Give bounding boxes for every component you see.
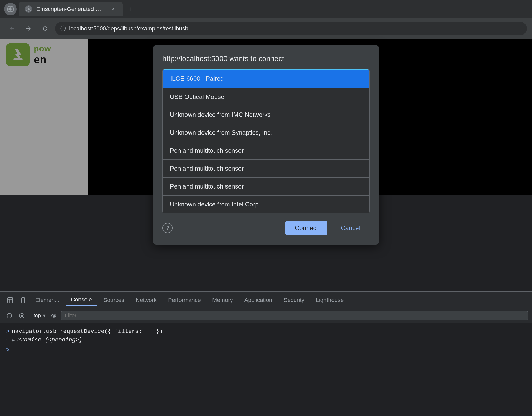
- new-tab-button[interactable]: +: [125, 3, 137, 15]
- device-item-5[interactable]: Pen and multitouch sensor: [163, 160, 369, 178]
- tab-network[interactable]: Network: [130, 294, 162, 306]
- device-item-7[interactable]: Unknown device from Intel Corp.: [163, 196, 369, 213]
- console-result-line: ← ▸ Promise {<pending>}: [6, 336, 526, 345]
- console-triangle: ▸: [12, 337, 15, 344]
- console-filter-input[interactable]: [61, 311, 528, 320]
- device-item-label-0: ILCE-6600 - Paired: [170, 75, 224, 82]
- reload-button[interactable]: [38, 22, 52, 35]
- address-info-icon: ⓘ: [60, 25, 66, 32]
- console-code-1: navigator.usb.requestDevice({ filters: […: [12, 328, 163, 335]
- tab-favicon: [25, 5, 32, 13]
- usb-connect-dialog: http://localhost:5000 wants to connect I…: [153, 45, 379, 245]
- devtools-panel: Elemen... Console Sources Network Perfor…: [0, 291, 532, 416]
- device-item-label-7: Unknown device from Intel Corp.: [170, 201, 260, 208]
- devtools-console-content: > navigator.usb.requestDevice({ filters:…: [0, 323, 532, 360]
- dialog-buttons: Connect Cancel: [285, 221, 370, 235]
- url-text: localhost:5000/deps/libusb/examples/test…: [69, 25, 188, 32]
- clear-console-btn[interactable]: [4, 311, 15, 321]
- browser-tab[interactable]: Emscripten-Generated Code ×: [19, 2, 123, 16]
- console-cursor: >: [6, 347, 10, 353]
- device-item-0[interactable]: ILCE-6600 - Paired: [163, 69, 369, 88]
- device-item-3[interactable]: Unknown device from Synaptics, Inc.: [163, 124, 369, 142]
- tab-title: Emscripten-Generated Code: [36, 6, 105, 12]
- dialog-overlay: http://localhost:5000 wants to connect I…: [0, 39, 532, 195]
- tab-memory[interactable]: Memory: [207, 294, 238, 306]
- cancel-button[interactable]: Cancel: [331, 221, 370, 235]
- devtools-tab-bar: Elemen... Console Sources Network Perfor…: [0, 292, 532, 308]
- device-item-6[interactable]: Pen and multitouch sensor: [163, 178, 369, 196]
- device-item-1[interactable]: USB Optical Mouse: [163, 88, 369, 106]
- tab-bar: Emscripten-Generated Code × +: [0, 0, 532, 18]
- dialog-title: http://localhost:5000 wants to connect: [162, 55, 370, 63]
- device-item-label-3: Unknown device from Synaptics, Inc.: [170, 129, 272, 136]
- device-item-2[interactable]: Unknown device from IMC Networks: [163, 106, 369, 124]
- device-item-4[interactable]: Pen and multitouch sensor: [163, 142, 369, 160]
- console-cursor-line[interactable]: >: [6, 345, 526, 355]
- browser-chrome: Emscripten-Generated Code × + ⓘ localhos…: [0, 0, 532, 39]
- stop-btn[interactable]: [17, 311, 27, 321]
- nav-bar: ⓘ localhost:5000/deps/libusb/examples/te…: [0, 18, 532, 39]
- console-input-line: > navigator.usb.requestDevice({ filters:…: [6, 327, 526, 336]
- toolbar-separator: [30, 312, 30, 320]
- svg-rect-10: [8, 298, 13, 303]
- devtools-toolbar: top ▼: [0, 308, 532, 323]
- tab-console[interactable]: Console: [66, 294, 97, 306]
- top-dropdown-arrow: ▼: [42, 313, 46, 318]
- device-item-label-2: Unknown device from IMC Networks: [170, 111, 271, 118]
- tab-sources[interactable]: Sources: [98, 294, 130, 306]
- dialog-footer: ? Connect Cancel: [162, 221, 370, 235]
- console-promise-text: Promise {<pending>}: [17, 337, 82, 343]
- device-item-label-1: USB Optical Mouse: [170, 93, 224, 100]
- devtools-inspect-btn[interactable]: [4, 294, 16, 306]
- svg-point-17: [53, 315, 55, 317]
- tab-lighthouse[interactable]: Lighthouse: [311, 294, 349, 306]
- address-bar[interactable]: ⓘ localhost:5000/deps/libusb/examples/te…: [55, 22, 527, 35]
- svg-point-12: [23, 302, 23, 302]
- console-back-arrow: ←: [6, 337, 10, 343]
- tab-performance[interactable]: Performance: [163, 294, 206, 306]
- device-item-label-5: Pen and multitouch sensor: [170, 165, 244, 172]
- device-item-label-4: Pen and multitouch sensor: [170, 147, 244, 154]
- top-label: top: [34, 313, 41, 319]
- back-button[interactable]: [5, 22, 19, 35]
- help-icon[interactable]: ?: [162, 223, 173, 233]
- tab-application[interactable]: Application: [239, 294, 277, 306]
- tab-elements[interactable]: Elemen...: [30, 294, 65, 306]
- connect-button[interactable]: Connect: [285, 221, 327, 235]
- svg-rect-16: [21, 315, 23, 317]
- page-content: pow en http://localhost:5000 wants to co…: [0, 39, 532, 195]
- console-prompt-1: >: [6, 328, 10, 335]
- device-list: ILCE-6600 - Paired USB Optical Mouse Unk…: [162, 69, 370, 213]
- forward-button[interactable]: [22, 22, 35, 35]
- devtools-mobile-btn[interactable]: [17, 294, 29, 306]
- device-item-label-6: Pen and multitouch sensor: [170, 183, 244, 190]
- tab-security[interactable]: Security: [278, 294, 309, 306]
- tab-close-button[interactable]: ×: [109, 5, 116, 13]
- top-frame-selector[interactable]: top ▼: [34, 313, 46, 319]
- eye-btn[interactable]: [49, 311, 59, 321]
- svg-point-6: [28, 8, 30, 10]
- browser-icon: [4, 3, 17, 15]
